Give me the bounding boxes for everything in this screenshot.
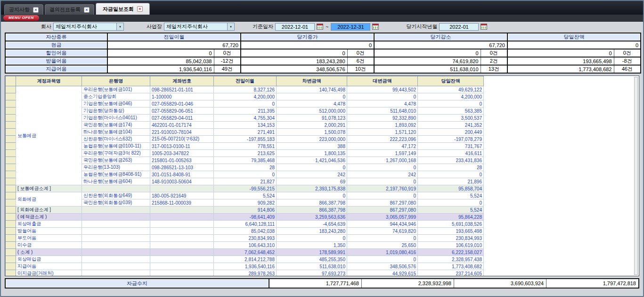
row-indicator[interactable] bbox=[6, 136, 16, 143]
row-indicator[interactable] bbox=[6, 242, 16, 249]
row-indicator[interactable] bbox=[6, 228, 16, 235]
bank-name: 신한은행(마이너스632) bbox=[82, 136, 150, 143]
bank-name bbox=[82, 235, 150, 242]
amount-cell: 211,395 bbox=[214, 107, 277, 115]
row-indicator[interactable] bbox=[6, 86, 16, 93]
summary-value: 0 bbox=[507, 41, 641, 49]
amount-cell: 5,524 bbox=[418, 206, 484, 214]
grid-row[interactable]: [ 외화예금소계 ]914,806866,387,798867,297,0805… bbox=[6, 206, 484, 214]
amount-cell: -197,078,279 bbox=[418, 136, 484, 143]
grid-row[interactable]: 외상매출금6,640,128,111-4,654,639944,434,9465… bbox=[6, 221, 484, 228]
summary-count: 13건 bbox=[481, 65, 507, 73]
amount-cell: 511,648,010 bbox=[347, 107, 418, 115]
row-indicator[interactable] bbox=[6, 93, 16, 100]
grid-row[interactable]: [ 보통예금소계 ]-99,556,2152,393,175,8382,197,… bbox=[6, 185, 484, 192]
account-number bbox=[150, 185, 214, 192]
base-date-label: 기준일자 bbox=[253, 23, 273, 30]
grid-row[interactable]: 지급어음1,936,540,116511,638,010348,506,5761… bbox=[6, 263, 484, 270]
row-indicator[interactable] bbox=[6, 143, 16, 150]
summary-count: 49건 bbox=[214, 65, 241, 73]
grid-row[interactable]: ( 예적금소계 )-98,641,4093,259,563,6363,065,0… bbox=[6, 214, 484, 221]
grid-row[interactable]: 외상매입금2,814,212,788485,255,35002,328,957,… bbox=[6, 256, 484, 263]
company-select[interactable]: 제일저지주식회사 ▼ bbox=[53, 23, 124, 31]
calendar-icon[interactable] bbox=[372, 24, 379, 30]
tab-voucher-entry[interactable]: 결의전표등록 × bbox=[45, 4, 94, 15]
tab-close-icon[interactable]: × bbox=[137, 6, 143, 12]
row-indicator[interactable] bbox=[6, 249, 16, 256]
amount-cell: 0 bbox=[347, 256, 418, 263]
amount-cell: 0 bbox=[418, 171, 484, 178]
row-indicator[interactable] bbox=[6, 206, 16, 214]
row-indicator[interactable] bbox=[6, 107, 16, 115]
row-indicator[interactable] bbox=[6, 270, 16, 277]
row-indicator[interactable] bbox=[6, 235, 16, 242]
row-indicator[interactable] bbox=[6, 214, 16, 221]
tab-notice[interactable]: 공지사항 × bbox=[4, 4, 43, 15]
workplace-select[interactable]: 제일저지주식회사 ▼ bbox=[164, 23, 235, 31]
fund-balance-row: 자금수지 1,727,771,468 2,328,932,998 3,690,6… bbox=[5, 278, 639, 289]
amount-cell: 0 bbox=[418, 100, 484, 107]
date-to-input[interactable]: 2022-12-31 bbox=[331, 23, 370, 31]
grid-row[interactable]: 외화예금신한은행(외화통장649)180-005-9216495,524005,… bbox=[6, 192, 484, 199]
bank-name bbox=[82, 185, 150, 192]
date-from-input[interactable]: 2022-12-01 bbox=[275, 23, 315, 31]
amount-cell: 99,443,502 bbox=[347, 86, 418, 93]
chevron-down-icon[interactable]: ▼ bbox=[116, 23, 123, 30]
chevron-down-icon[interactable]: ▼ bbox=[227, 23, 234, 30]
summary-count: 0건 bbox=[614, 49, 641, 57]
row-indicator[interactable] bbox=[6, 192, 16, 199]
summary-column-header: 당기감소 bbox=[374, 33, 507, 41]
summary-count: 0건 bbox=[481, 49, 507, 57]
menu-open-button[interactable]: MENU OPEN bbox=[3, 15, 39, 21]
account-number: 027-055829-04-011 bbox=[150, 115, 214, 122]
bank-name bbox=[82, 249, 150, 256]
tab-close-icon[interactable]: × bbox=[33, 7, 39, 13]
row-indicator[interactable] bbox=[6, 171, 16, 178]
grid-row[interactable]: 미지급금(거래처)289,978,26397,693,27344,929,615… bbox=[6, 270, 484, 277]
row-indicator[interactable] bbox=[6, 263, 16, 270]
summary-header-row: 자산종류전일이월당기증가당기감소당일잔액 bbox=[5, 33, 641, 41]
grid-row[interactable]: 받을어음85,042,038183,243,28074,619,820193,6… bbox=[6, 228, 484, 235]
summary-column-header: 당기증가 bbox=[241, 33, 374, 41]
amount-cell: 233,431,836 bbox=[418, 157, 484, 164]
period-start-input[interactable]: 2022-01 bbox=[439, 23, 479, 31]
row-indicator[interactable] bbox=[6, 185, 16, 192]
bank-name bbox=[82, 256, 150, 263]
tab-fund-daily-report[interactable]: 자금일보조회 × bbox=[96, 3, 150, 15]
row-indicator[interactable] bbox=[6, 178, 16, 185]
calendar-icon[interactable] bbox=[481, 24, 487, 30]
row-indicator[interactable] bbox=[6, 122, 16, 129]
row-indicator[interactable] bbox=[6, 129, 16, 136]
amount-cell: 348,506,576 bbox=[347, 263, 418, 270]
grid-row[interactable]: 부도어음230,834,99300230,834,993 bbox=[6, 235, 484, 242]
row-indicator[interactable] bbox=[6, 256, 16, 263]
row-indicator[interactable] bbox=[6, 115, 16, 122]
account-name: [ 보통예금소계 ] bbox=[16, 185, 82, 192]
calendar-icon[interactable] bbox=[317, 24, 323, 30]
row-indicator[interactable] bbox=[6, 221, 16, 228]
account-name: ( 예적금소계 ) bbox=[16, 214, 82, 221]
amount-cell: 222,223,096 bbox=[347, 136, 418, 143]
bank-name: 하나은행(보통예금104) bbox=[82, 129, 150, 136]
amount-cell: 0 bbox=[277, 192, 347, 199]
amount-cell: 511,638,010 bbox=[277, 263, 347, 270]
account-name: [ 외화예금소계 ] bbox=[16, 206, 82, 214]
row-indicator[interactable] bbox=[6, 100, 16, 107]
amount-cell: 140,745,498 bbox=[277, 86, 347, 93]
summary-row-label: 지급어음 bbox=[5, 65, 107, 73]
amount-cell: 0 bbox=[347, 235, 418, 242]
summary-value: 67,720 bbox=[374, 41, 507, 49]
row-indicator[interactable] bbox=[6, 164, 16, 171]
grid-row[interactable]: 미수금106,643,3101,35025,650106,619,010 bbox=[6, 242, 484, 249]
amount-cell: -98,641,409 bbox=[214, 214, 277, 221]
amount-cell: 5,524 bbox=[214, 192, 277, 199]
amount-cell: 867,297,080 bbox=[347, 206, 418, 214]
grid-row[interactable]: 보통예금우리은행(보통예금101)098-286521-01-1018,327,… bbox=[6, 86, 484, 93]
grid-row[interactable]: ( 소계 )7,062,648,452178,589,9911,019,080,… bbox=[6, 249, 484, 256]
row-indicator[interactable] bbox=[6, 150, 16, 157]
row-indicator[interactable] bbox=[6, 157, 16, 164]
row-indicator[interactable] bbox=[6, 199, 16, 206]
tab-close-icon[interactable]: × bbox=[84, 7, 90, 13]
search-form: 회사 제일저지주식회사 ▼ 사업장 제일저지주식회사 ▼ 기준일자 2022-1… bbox=[1, 22, 643, 32]
vertical-scrollbar[interactable] bbox=[634, 77, 638, 275]
